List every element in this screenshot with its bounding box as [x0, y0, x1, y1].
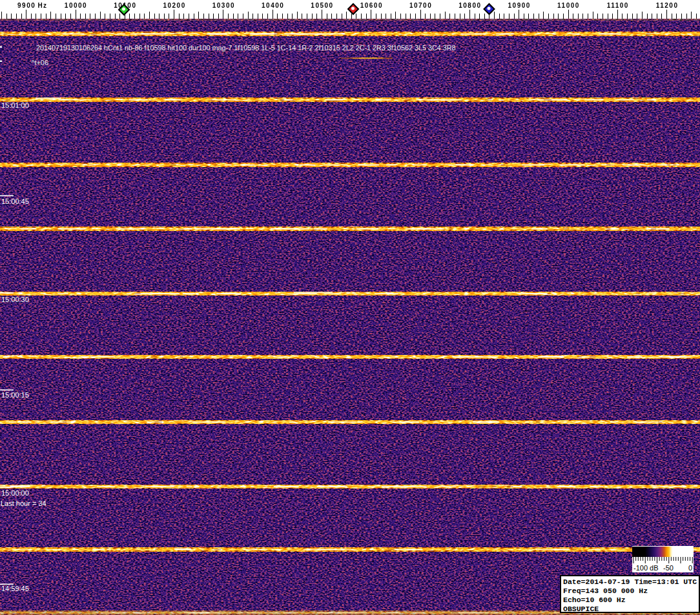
svg-text:10800: 10800: [458, 2, 481, 9]
svg-text:11200: 11200: [656, 2, 679, 9]
svg-text:10400: 10400: [262, 2, 284, 9]
svg-text:10600: 10600: [360, 2, 383, 9]
svg-text:10500: 10500: [311, 2, 333, 9]
svg-text:Hz: Hz: [37, 2, 47, 9]
svg-text:11000: 11000: [557, 2, 580, 9]
svg-text:10900: 10900: [508, 2, 531, 9]
svg-text:10300: 10300: [212, 2, 235, 9]
svg-text:10700: 10700: [409, 2, 432, 9]
svg-text:10000: 10000: [65, 2, 87, 9]
svg-text:9900: 9900: [17, 2, 36, 9]
svg-text:11100: 11100: [607, 2, 629, 9]
svg-text:10200: 10200: [163, 2, 185, 9]
